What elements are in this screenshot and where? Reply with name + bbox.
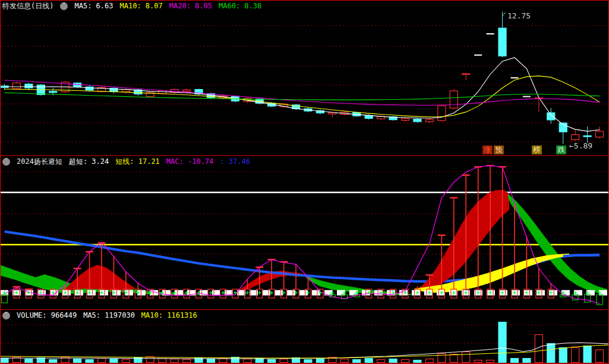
rank-badge[interactable]: 榜 (532, 145, 542, 154)
ma-line-MA10 (5, 76, 600, 117)
indicator-header: ˇ 2024扬长避短 超短: 3.24短线: 17.21MAC: -10.74:… (2, 157, 250, 166)
price-annotation: 12.75 (502, 11, 531, 20)
volume-VOL-MA5 (0, 343, 608, 359)
volume-panel-header: ˇ VOLUME: 966449MA5: 1197030MA10: 116131… (2, 311, 197, 319)
rank-badge[interactable]: 跌 (556, 145, 566, 154)
volume-value-label: VOLUME: 966449 (17, 311, 77, 319)
indicator-title: 2024扬长避短 (17, 157, 62, 166)
volume-panel (0, 322, 608, 363)
kline-panel: 12.75←5.89 (1, 11, 608, 150)
indicator-value-label: : 37.46 (220, 157, 250, 166)
indicator-panel (0, 166, 609, 305)
chevron-down-icon[interactable]: ˇ (60, 2, 68, 10)
indicator-value-label: MAC: -10.74 (166, 157, 213, 166)
ma-value-label: MA10: 8.07 (119, 2, 162, 10)
ma-line-MA20 (5, 80, 600, 105)
chevron-down-icon[interactable]: ˇ (2, 158, 10, 166)
rank-badge[interactable]: 预 (494, 145, 504, 154)
candle-series (1, 12, 604, 144)
ma-line-MA60 (5, 93, 600, 100)
panel-borders (0, 0, 609, 364)
indicator-value-label: 超短: 3.24 (69, 157, 109, 166)
svg-text:←5.89: ←5.89 (569, 141, 592, 150)
indicator-value-label: 短线: 17.21 (115, 157, 160, 166)
chevron-down-icon[interactable]: ˇ (2, 312, 10, 319)
price-annotation: ←5.89 (569, 141, 592, 150)
ma-value-label: MA5: 6.63 (74, 2, 113, 10)
volume-value-label: MA5: 1197030 (83, 311, 135, 319)
volume-bar-series (1, 322, 604, 363)
plot-area[interactable]: 12.75←5.89 (0, 0, 609, 364)
stock-chart-window: 12.75←5.89 特发信息(日线) ˇ MA5: 6.63MA10: 8.0… (0, 0, 609, 364)
volume-VOL-MA10 (0, 345, 608, 358)
svg-text:12.75: 12.75 (507, 11, 531, 20)
ma-value-label: MA60: 8.38 (219, 2, 261, 10)
stock-title: 特发信息(日线) (2, 2, 53, 10)
volume-value-label: MA10: 1161316 (141, 311, 197, 319)
ma-value-label: MA20: 8.05 (169, 2, 212, 10)
rank-badge[interactable]: 涨 (482, 145, 493, 154)
kline-header: 特发信息(日线) ˇ MA5: 6.63MA10: 8.07MA20: 8.05… (2, 2, 261, 10)
